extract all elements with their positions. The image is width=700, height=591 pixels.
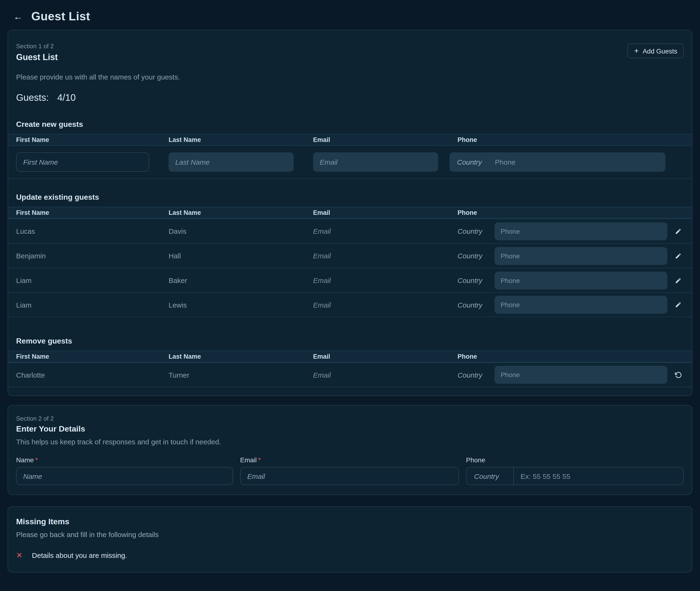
col-phone: Phone [450, 136, 692, 143]
col-first-name: First Name [8, 136, 161, 143]
update-guest-row: Liam Baker Email Country [8, 268, 692, 292]
edit-guest-button[interactable] [667, 296, 689, 314]
guest-last-name: Hall [161, 252, 305, 260]
guest-email-placeholder: Email [305, 252, 450, 260]
update-guest-row: Liam Lewis Email Country [8, 292, 692, 317]
new-phone-input[interactable] [495, 152, 665, 172]
add-guests-button[interactable]: + Add Guests [628, 44, 684, 58]
topbar: ← Guest List [0, 0, 700, 30]
guest-first-name: Benjamin [8, 252, 161, 260]
new-country-select[interactable]: Country [450, 158, 495, 166]
col-email: Email [305, 353, 450, 360]
add-guests-label: Add Guests [643, 47, 677, 55]
section2-card: Section 2 of 2 Enter Your Details This h… [8, 405, 692, 495]
guest-phone-input[interactable] [494, 247, 667, 265]
guest-email-placeholder: Email [305, 227, 450, 235]
missing-item-text: Details about you are missing. [32, 551, 127, 559]
col-first-name: First Name [8, 209, 161, 216]
edit-guest-button[interactable] [667, 222, 689, 240]
missing-items-description: Please go back and fill in the following… [16, 530, 684, 538]
remove-guests-heading: Remove guests [8, 337, 692, 345]
email-field-group: Email* [240, 456, 459, 485]
missing-item: ✕ Details about you are missing. [16, 551, 684, 560]
guest-country-select[interactable]: Country [458, 252, 494, 260]
col-email: Email [305, 209, 450, 216]
edit-guest-button[interactable] [667, 247, 689, 265]
your-country-select[interactable]: Country [467, 467, 514, 484]
pencil-icon [675, 252, 682, 259]
new-phone-group: Country [450, 152, 665, 172]
guest-country-select[interactable]: Country [458, 227, 494, 235]
new-email-input[interactable] [313, 152, 438, 172]
create-guest-row: Country [8, 146, 692, 179]
guest-country-select[interactable]: Country [458, 276, 494, 284]
pencil-icon [675, 228, 682, 235]
new-first-name-input[interactable] [16, 152, 149, 172]
col-phone: Phone [450, 353, 692, 360]
remove-guest-row: Charlotte Turner Email Country [8, 363, 692, 387]
guests-count: 4/10 [57, 92, 76, 103]
section1-title: Guest List [16, 53, 684, 62]
email-label: Email* [240, 456, 459, 464]
guest-last-name: Davis [161, 227, 305, 235]
guest-email-placeholder: Email [305, 301, 450, 309]
section1-kicker: Section 1 of 2 [16, 43, 684, 50]
page: ← Guest List + Add Guests Section 1 of 2… [0, 0, 700, 591]
section2-title: Enter Your Details [16, 424, 684, 434]
missing-items-card: Missing Items Please go back and fill in… [8, 506, 692, 573]
section2-description: This helps us keep track of responses an… [16, 438, 684, 446]
guest-email-placeholder: Email [305, 371, 450, 379]
col-last-name: Last Name [161, 209, 305, 216]
col-phone: Phone [450, 209, 692, 216]
new-last-name-input[interactable] [169, 152, 294, 172]
create-guests-heading: Create new guests [8, 120, 692, 129]
guest-last-name: Lewis [161, 301, 305, 309]
page-title: Guest List [31, 9, 90, 23]
pencil-icon [675, 277, 682, 284]
guest-phone-input[interactable] [494, 271, 667, 289]
plus-icon: + [634, 47, 639, 55]
remove-table-header: First Name Last Name Email Phone [8, 351, 692, 363]
required-asterisk: * [35, 456, 38, 464]
error-x-icon: ✕ [16, 551, 22, 560]
guest-last-name: Baker [161, 276, 305, 284]
section2-kicker: Section 2 of 2 [16, 415, 684, 422]
edit-guest-button[interactable] [667, 271, 689, 289]
create-table-header: First Name Last Name Email Phone [8, 134, 692, 146]
your-phone-input[interactable] [514, 467, 684, 484]
guest-first-name: Lucas [8, 227, 161, 235]
col-first-name: First Name [8, 353, 161, 360]
col-last-name: Last Name [161, 353, 305, 360]
undo-icon [675, 371, 682, 378]
guest-first-name: Liam [8, 276, 161, 284]
back-arrow-icon[interactable]: ← [12, 12, 24, 21]
section1-description: Please provide us with all the names of … [16, 73, 684, 81]
col-last-name: Last Name [161, 136, 305, 143]
guest-country-select[interactable]: Country [458, 301, 494, 309]
col-email: Email [305, 136, 450, 143]
section1-header: Section 1 of 2 Guest List Please provide… [8, 30, 692, 103]
guest-phone-input[interactable] [494, 366, 667, 384]
section1-card: + Add Guests Section 1 of 2 Guest List P… [8, 30, 692, 396]
required-asterisk: * [258, 456, 261, 464]
guest-first-name: Liam [8, 301, 161, 309]
update-table-header: First Name Last Name Email Phone [8, 207, 692, 218]
name-label: Name* [16, 456, 233, 464]
missing-items-title: Missing Items [16, 517, 684, 527]
update-guest-row: Lucas Davis Email Country [8, 218, 692, 243]
update-guest-row: Benjamin Hall Email Country [8, 243, 692, 268]
undo-remove-button[interactable] [667, 366, 689, 384]
pencil-icon [675, 302, 682, 308]
guest-first-name: Charlotte [8, 371, 161, 379]
your-name-input[interactable] [16, 467, 233, 485]
guest-country-select[interactable]: Country [458, 371, 494, 379]
update-guests-heading: Update existing guests [8, 193, 692, 202]
your-email-input[interactable] [240, 467, 459, 485]
guest-phone-input[interactable] [494, 296, 667, 314]
guest-phone-input[interactable] [494, 222, 667, 240]
name-field-group: Name* [16, 456, 233, 485]
guests-counter: Guests: 4/10 [16, 92, 684, 103]
section2-fields: Name* Email* Phone Country [16, 456, 684, 485]
guests-label: Guests: [16, 92, 49, 103]
phone-field-group: Phone Country [466, 456, 684, 485]
